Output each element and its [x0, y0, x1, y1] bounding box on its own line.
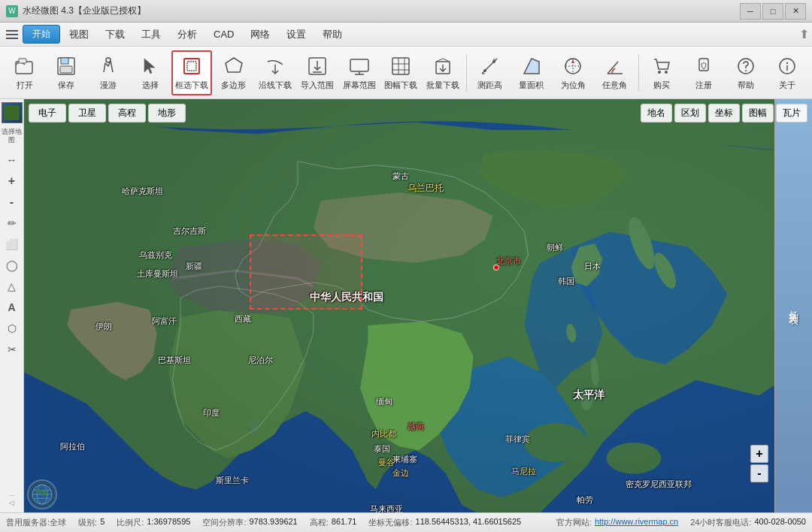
svg-rect-16 [392, 58, 409, 74]
tool-roam[interactable]: 漫游 [88, 50, 129, 95]
level-label: 级别: [78, 517, 97, 528]
website-label: 官方网站: [556, 517, 592, 528]
status-elevation: 高程: 861.71 [310, 517, 357, 528]
sidebar-tool-poly[interactable]: △ [2, 277, 22, 296]
tool-buy[interactable]: 购买 [642, 50, 683, 95]
tool-line-download-label: 沿线下载 [259, 80, 292, 91]
separator-1 [466, 54, 467, 92]
svg-rect-1 [19, 59, 26, 63]
map-tab-terrain[interactable]: 地形 [148, 104, 186, 122]
menu-bar: 开始 视图 下载 工具 分析 CAD 网络 设置 帮助 ⬆ [0, 23, 812, 47]
beijing-marker [493, 264, 499, 271]
roam-icon [96, 54, 120, 78]
website-link[interactable]: http://www.rivermap.cn [595, 517, 678, 528]
tool-map-download[interactable]: 图幅下载 [380, 50, 421, 95]
map-tab-elevation[interactable]: 高程 [108, 104, 146, 122]
coord-label: 坐标无偏移: [368, 517, 412, 528]
menu-item-analysis[interactable]: 分析 [170, 25, 205, 44]
sidebar-tool-circle[interactable]: ◯ [2, 255, 22, 275]
menu-item-help[interactable]: 帮助 [315, 25, 350, 44]
polygon-icon [222, 54, 246, 78]
task-list-button[interactable]: 任务列表 [774, 99, 812, 512]
tool-filter-download-label: 框选下载 [175, 80, 208, 91]
svg-point-24 [483, 69, 486, 72]
tool-import-range[interactable]: 导入范围 [297, 50, 338, 95]
tool-batch-download-label: 批量下载 [426, 80, 459, 91]
menu-item-cad[interactable]: CAD [206, 26, 241, 43]
tool-about[interactable]: 关于 [767, 50, 807, 95]
zoom-in-button[interactable]: + [750, 445, 768, 463]
sidebar-tool-scissors[interactable]: ✂ [2, 340, 22, 359]
tool-import-range-label: 导入范围 [301, 80, 334, 91]
menu-item-tools[interactable]: 工具 [134, 25, 168, 44]
start-button[interactable]: 开始 [23, 25, 60, 44]
tool-any-angle-label: 任意角 [602, 80, 627, 91]
tool-open[interactable]: 打开 [5, 50, 45, 95]
maximize-button[interactable]: □ [762, 3, 783, 20]
svg-marker-28 [524, 59, 539, 74]
map-rtab-mapgrid[interactable]: 图幅 [742, 104, 774, 122]
sidebar-tool-move[interactable]: ↔ [2, 150, 22, 170]
tool-any-angle[interactable]: 任意角 [595, 50, 635, 95]
save-icon [54, 54, 78, 78]
zoom-controls: + - [750, 445, 768, 482]
any-angle-icon [603, 54, 627, 78]
svg-marker-32 [571, 59, 574, 63]
status-bar: 普用服务器:全球 级别: 5 比例尺: 1:36978595 空间分辨率: 97… [0, 512, 812, 532]
sidebar-tool-zoom-in[interactable]: + [2, 171, 22, 191]
tool-save[interactable]: 保存 [47, 50, 87, 95]
screen-range-icon [347, 54, 371, 78]
map-rtab-placename[interactable]: 地名 [641, 104, 672, 122]
direction-icon [561, 54, 585, 78]
tool-register[interactable]: 注册 [683, 50, 724, 95]
menu-item-settings[interactable]: 设置 [279, 25, 314, 44]
map-tab-satellite[interactable]: 卫星 [68, 104, 106, 122]
sidebar-tool-rect[interactable]: ⬜ [2, 234, 22, 254]
buy-icon [650, 54, 674, 78]
map-rtab-district[interactable]: 区划 [674, 104, 706, 122]
sidebar-tool-text[interactable]: A [2, 298, 22, 317]
tool-measure-height[interactable]: 测距高 [469, 50, 510, 95]
map-thumbnail[interactable] [2, 102, 23, 123]
resolution-value: 9783.939621 [250, 517, 298, 528]
menu-item-download[interactable]: 下载 [98, 25, 132, 44]
separator-2 [638, 54, 639, 92]
phone-label: 24小时客服电话: [690, 517, 751, 528]
tool-screen-range[interactable]: 屏幕范围 [339, 50, 380, 95]
tool-measure-height-label: 测距高 [477, 80, 502, 91]
tool-help[interactable]: 帮助 [726, 50, 766, 95]
elevation-label: 高程: [310, 517, 329, 528]
collapse-icon[interactable]: ⬆ [799, 27, 809, 41]
tool-direction[interactable]: 为位角 [553, 50, 594, 95]
tool-line-download[interactable]: 沿线下载 [256, 50, 296, 95]
tool-batch-download[interactable]: 批量下载 [423, 50, 463, 95]
left-sidebar: 选择地图 ↔ + - ✏ ⬜ ◯ △ A ⬡ ✂ ◁ [0, 99, 24, 512]
sidebar-tool-draw[interactable]: ✏ [2, 213, 22, 233]
minimize-button[interactable]: ─ [740, 3, 761, 20]
filter-download-icon [180, 54, 204, 78]
tool-filter-download[interactable]: 框选下载 [171, 50, 212, 95]
menu-item-view[interactable]: 视图 [62, 25, 96, 44]
coord-value: 118.56445313, 41.66015625 [416, 517, 522, 528]
globe-button[interactable] [27, 479, 57, 509]
close-button[interactable]: ✕ [785, 3, 806, 20]
hamburger-menu[interactable] [3, 26, 21, 44]
tool-direction-label: 为位角 [561, 80, 586, 91]
map-tab-electronic[interactable]: 电子 [29, 104, 66, 122]
menu-item-network[interactable]: 网络 [243, 25, 277, 44]
zoom-out-button[interactable]: - [750, 464, 768, 482]
elevation-value: 861.71 [332, 517, 357, 528]
scale-value: 1:36978595 [147, 517, 190, 528]
tool-select[interactable]: 选择 [130, 50, 171, 95]
map-rtab-coord[interactable]: 坐标 [708, 104, 740, 122]
toolbar: 打开 保存 漫游 选择 框选下载 多边形 [0, 47, 812, 99]
map-area[interactable]: 哈萨克斯坦 蒙古 乌兰巴托 朝鲜 日本 韩国 中华人民共和国 北京市 伊朗 阿富… [24, 99, 812, 512]
tool-help-label: 帮助 [738, 80, 754, 91]
tool-roam-label: 漫游 [100, 80, 117, 91]
sidebar-tool-zoom-out[interactable]: - [2, 192, 22, 212]
map-rtab-tile[interactable]: 瓦片 [776, 104, 807, 122]
tool-measure-area[interactable]: 量面积 [511, 50, 552, 95]
sidebar-tool-hex[interactable]: ⬡ [2, 319, 22, 338]
tool-polygon[interactable]: 多边形 [214, 50, 254, 95]
svg-point-35 [658, 71, 661, 74]
